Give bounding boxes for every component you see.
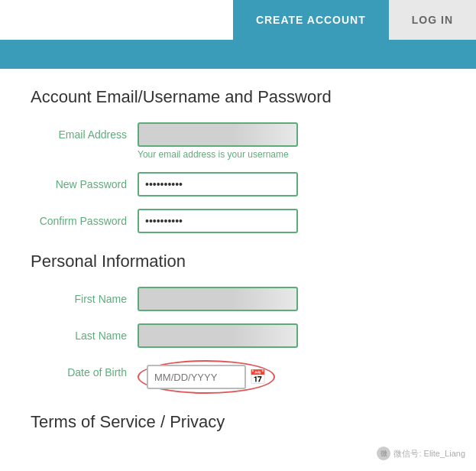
last-name-label: Last Name bbox=[31, 323, 138, 342]
calendar-icon[interactable]: 📅 bbox=[249, 369, 266, 385]
dob-input[interactable] bbox=[147, 365, 246, 389]
first-name-field-wrap bbox=[138, 287, 298, 311]
page-wrapper: CREATE ACCOUNT LOG IN Account Email/User… bbox=[0, 0, 476, 471]
watermark: 微 微信号: Elite_Liang bbox=[377, 447, 465, 460]
account-section-title: Account Email/Username and Password bbox=[31, 87, 445, 107]
first-name-row: First Name bbox=[31, 287, 445, 311]
new-password-input[interactable] bbox=[138, 172, 298, 197]
confirm-password-row: Confirm Password bbox=[31, 209, 445, 233]
email-hint: Your email address is your username bbox=[138, 149, 298, 160]
last-name-field-wrap bbox=[138, 323, 298, 348]
dob-row: Date of Birth 📅 bbox=[31, 360, 445, 394]
new-password-field-wrap bbox=[138, 172, 298, 197]
top-nav: CREATE ACCOUNT LOG IN bbox=[0, 0, 476, 40]
new-password-row: New Password bbox=[31, 172, 445, 197]
email-field-wrap: Your email address is your username bbox=[138, 122, 298, 160]
email-label: Email Address bbox=[31, 122, 138, 141]
dob-field-wrap: 📅 bbox=[138, 360, 275, 394]
dob-circle-highlight: 📅 bbox=[138, 360, 275, 394]
tos-section-title: Terms of Service / Privacy bbox=[31, 412, 445, 432]
confirm-password-label: Confirm Password bbox=[31, 209, 138, 227]
dob-wrap: 📅 bbox=[138, 360, 275, 394]
confirm-password-input[interactable] bbox=[138, 209, 298, 233]
first-name-input[interactable] bbox=[138, 287, 298, 311]
log-in-tab[interactable]: LOG IN bbox=[389, 0, 476, 40]
main-content: Account Email/Username and Password Emai… bbox=[0, 69, 476, 463]
email-input[interactable] bbox=[138, 122, 298, 147]
personal-section-title: Personal Information bbox=[31, 252, 445, 271]
watermark-text: 微信号: Elite_Liang bbox=[393, 448, 465, 460]
create-account-tab[interactable]: CREATE ACCOUNT bbox=[233, 0, 389, 40]
dob-label: Date of Birth bbox=[31, 360, 138, 378]
email-row: Email Address Your email address is your… bbox=[31, 122, 445, 160]
new-password-label: New Password bbox=[31, 172, 138, 190]
confirm-password-field-wrap bbox=[138, 209, 298, 233]
first-name-label: First Name bbox=[31, 287, 138, 305]
watermark-icon: 微 bbox=[377, 447, 390, 460]
teal-banner bbox=[0, 40, 476, 69]
last-name-row: Last Name bbox=[31, 323, 445, 348]
last-name-input[interactable] bbox=[138, 323, 298, 348]
